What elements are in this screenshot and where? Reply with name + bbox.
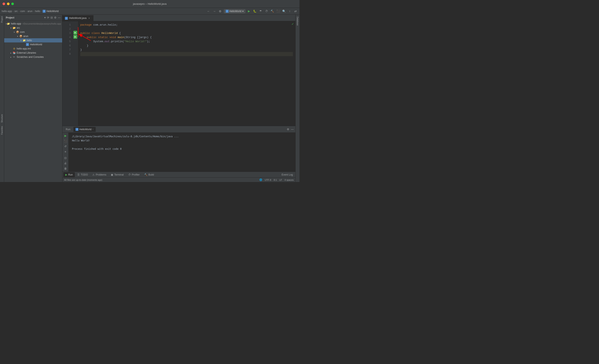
breadcrumb-src[interactable]: src: [14, 10, 18, 13]
indent-indicator[interactable]: 4 spaces: [284, 179, 294, 181]
titlebar: javasepro – HelloWorld.java: [0, 0, 300, 8]
build-item-icon: 🔨: [144, 173, 148, 176]
left-panel-tabs: Project: [0, 15, 4, 182]
package-icon-com: 📦: [16, 30, 19, 34]
run-panel-minimize[interactable]: —: [291, 128, 294, 131]
tab-close-button[interactable]: ×: [88, 17, 91, 19]
tree-item-hello-app[interactable]: ▾ 📁 hello-app ~/Documents/idea/javasepro…: [4, 22, 62, 26]
toolbar-build-item[interactable]: 🔨 Build: [142, 172, 156, 177]
toolbar-terminal-item[interactable]: ▣ Terminal: [109, 172, 126, 177]
search-everywhere-button[interactable]: 🔍: [282, 9, 286, 14]
external-libs-icon: 📚: [12, 51, 16, 54]
run-tab-bar: Run: J HelloWorld × ⚙ —: [62, 126, 295, 133]
breadcrumb-hello-app[interactable]: hello-app: [2, 10, 12, 13]
panel-header: Project ▾ ⟳ ⊟ ⚙ —: [4, 15, 62, 21]
breadcrumb-hello[interactable]: hello: [35, 10, 40, 13]
close-button[interactable]: [2, 2, 5, 5]
toolbar-run-item[interactable]: ▶ Run: [63, 172, 75, 177]
editor-area: J HelloWorld.java × 1 2 3 4 5 6 7 8: [62, 15, 295, 126]
minimize-button[interactable]: [7, 2, 9, 5]
project-tab[interactable]: Project: [0, 15, 4, 24]
line-endings-indicator[interactable]: LF: [279, 179, 282, 181]
encoding-indicator[interactable]: UTF-8: [265, 179, 271, 181]
database-tab[interactable]: Database: [296, 15, 299, 27]
run-stop-button[interactable]: ⬛: [63, 139, 68, 143]
status-bar-right: 🌐 UTF-8 8:1 LF 4 spaces: [259, 178, 294, 181]
run-panel-gear[interactable]: ⚙: [287, 128, 289, 131]
breadcrumb-arun[interactable]: arun: [27, 10, 32, 13]
tree-item-scratches[interactable]: ▸ ✏ Scratches and Consoles: [4, 55, 62, 59]
update-button[interactable]: ↑: [287, 9, 292, 14]
tree-item-iml[interactable]: ⚙ hello-app.iml: [4, 47, 62, 51]
editor-tab-helloworld[interactable]: J HelloWorld.java ×: [62, 15, 93, 21]
maximize-button[interactable]: [11, 2, 14, 5]
event-log-button[interactable]: Event Log: [280, 173, 294, 176]
run-config-dropdown-icon: ▾: [242, 10, 244, 13]
breadcrumb-helloworld[interactable]: J HelloWorld: [43, 10, 58, 13]
panel-settings-icon[interactable]: ⚙: [54, 16, 57, 19]
profile-button[interactable]: ⏱: [264, 9, 269, 14]
tree-item-src[interactable]: ▾ 📂 src: [4, 26, 62, 30]
nav-forward-button[interactable]: →: [212, 9, 217, 14]
tree-label-hello: hello: [27, 39, 32, 42]
run-item-icon: ▶: [65, 173, 67, 176]
code-line-8: [80, 52, 293, 56]
panel-collapse-all-icon[interactable]: ⊟: [51, 16, 53, 19]
run-config-selector[interactable]: J HelloWorld ▾: [224, 9, 246, 13]
todo-item-icon: ☰: [77, 173, 80, 176]
nav-back-button[interactable]: ←: [206, 9, 211, 14]
tab-filename: HelloWorld.java: [69, 17, 87, 19]
code-line-1: package com.arun.hello;: [80, 23, 293, 27]
profiler-item-label: Profiler: [132, 173, 140, 176]
settings-icon[interactable]: ⚙: [218, 9, 222, 14]
build-button[interactable]: 🔨: [270, 9, 274, 14]
run-tab-icon: J: [76, 128, 79, 131]
tree-label-scratches: Scratches and Consoles: [17, 55, 44, 58]
java-file-icon: J: [43, 10, 45, 13]
toolbar-todo-item[interactable]: ☰ TODO: [75, 172, 90, 177]
tree-item-com[interactable]: ▾ 📦 com: [4, 30, 62, 34]
code-content[interactable]: ✓ package com.arun.hello; public class H…: [78, 21, 295, 126]
breadcrumb-com[interactable]: com: [20, 10, 25, 13]
run-sidebar: ▶ ⬛ ↺ ≡ ⊡ 🖨 🗑: [62, 133, 69, 172]
run-tab-helloworld[interactable]: J HelloWorld ×: [73, 127, 96, 132]
run-with-coverage-button[interactable]: ☂: [258, 9, 263, 14]
project-tree: ▾ 📁 hello-app ~/Documents/idea/javasepro…: [4, 21, 62, 182]
run-print-button[interactable]: 🖨: [63, 161, 68, 166]
panel-dropdown-icon[interactable]: ▾: [44, 16, 46, 19]
run-main-button[interactable]: ▶: [73, 35, 77, 39]
code-line-6: }: [80, 44, 293, 48]
favorites-tab[interactable]: Favorites: [0, 124, 4, 136]
run-clear-button[interactable]: 🗑: [63, 166, 68, 171]
gutter: ▶ ▶: [73, 21, 78, 126]
position-indicator[interactable]: 8:1: [274, 179, 277, 181]
bottom-panel: Run: J HelloWorld × ⚙ — ▶ ⬛ ↺ ≡ ⊡: [62, 126, 295, 172]
toolbar-problems-item[interactable]: ⚠ Problems: [90, 172, 108, 177]
panel-sync-icon[interactable]: ⟳: [47, 16, 49, 19]
panel-title: Project: [6, 16, 43, 19]
tree-item-external-libs[interactable]: ▸ 📚 External Libraries: [4, 51, 62, 55]
panel-close-icon[interactable]: —: [58, 16, 61, 19]
run-dump-threads-button[interactable]: ≡: [63, 150, 68, 154]
tree-label-hello-app: hello-app: [11, 22, 21, 25]
tree-item-helloworld[interactable]: J HelloWorld: [4, 43, 62, 47]
run-class-button[interactable]: ▶: [73, 31, 77, 35]
stop-button[interactable]: ⬛: [276, 9, 280, 14]
run-play-button[interactable]: ▶: [63, 133, 68, 138]
tree-arrow-scratches: ▸: [9, 56, 12, 58]
run-rerun-button[interactable]: ↺: [63, 144, 68, 149]
run-output-line-3: [72, 143, 292, 147]
git-button[interactable]: ⇄: [293, 9, 298, 14]
code-editor[interactable]: 1 2 3 4 5 6 7 8 ▶ ▶ ✓: [62, 21, 295, 126]
run-button[interactable]: ▶: [247, 9, 251, 14]
toolbar-profiler-item[interactable]: ⏱ Profiler: [126, 172, 142, 177]
tree-arrow-src: ▾: [9, 27, 12, 29]
terminal-item-icon: ▣: [111, 173, 113, 176]
tree-item-arun[interactable]: ▾ 📦 arun: [4, 34, 62, 38]
run-scroll-end-button[interactable]: ⊡: [63, 156, 68, 160]
tree-item-hello[interactable]: ▾ 📁 hello: [4, 38, 62, 43]
structure-tab[interactable]: Structure: [0, 113, 4, 124]
run-tab-close[interactable]: ×: [92, 128, 94, 130]
run-output-line-2: Hello World!: [72, 139, 292, 143]
debug-button[interactable]: 🐛: [253, 9, 257, 14]
